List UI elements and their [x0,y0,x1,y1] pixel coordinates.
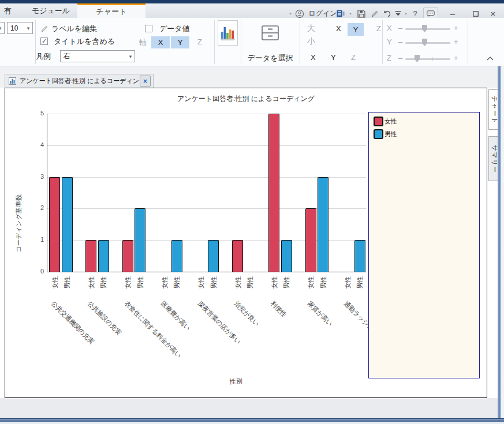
bar-tick-label: 男性 [356,276,364,295]
rotate-x-minus[interactable]: – [398,24,402,32]
ribbon-tab-share[interactable]: 有 [0,3,15,18]
bar-tick-label: 女性 [124,276,132,295]
bar-女性-0[interactable] [49,177,60,272]
data-values-label[interactable]: データ値 [159,24,190,34]
x-axis-title: 性別 [196,377,277,386]
bar-tick-label: 女性 [50,276,59,295]
ribbon-tab-share-label: 有 [4,6,12,16]
bar-tick-label: 女性 [343,276,352,295]
ribbon-separator [241,20,241,64]
chart-document-icon [9,77,16,85]
rotate-y-slider-thumb[interactable] [422,39,427,46]
font-size-dropdown[interactable]: 10 ▾ [7,22,33,34]
select-data-label: データを選択 [248,53,293,63]
bar-男性-6[interactable] [281,240,292,272]
ribbon: ▾ 10 ▾ ラベルを編集 ✓ タイトルを含める 凡例 右 ▾ データ値 軸 X… [0,18,504,66]
bar-男性-2[interactable] [135,208,145,272]
bar-tick-label: 男性 [246,276,255,295]
y-axis-title: コーディング基準数 [14,201,23,253]
size-x-button[interactable]: X [311,53,316,62]
bar-男性-4[interactable] [208,240,219,272]
bar-tick-label: 男性 [63,276,72,295]
ribbon-tab-chart[interactable]: チャート [77,3,145,18]
bar-tick-label: 女性 [160,276,169,295]
legend-swatch [374,117,383,126]
rotate-z-slider-thumb[interactable] [415,55,420,62]
rotate-y-slider[interactable] [405,42,450,44]
font-name-dropdown[interactable]: ▾ [0,22,5,34]
chart-type-gallery-button[interactable] [218,20,238,46]
ribbon-tab-chart-label: チャート [96,6,127,17]
ribbon-separator [214,20,215,64]
bar-男性-8[interactable] [354,240,365,272]
bar-男性-0[interactable] [62,177,73,272]
bar-男性-7[interactable] [318,177,328,272]
bar-女性-2[interactable] [122,240,133,272]
size-y-button[interactable]: Y [331,53,336,62]
ribbon-tab-modules-label: モジュール [32,6,70,16]
axis-x-toggle[interactable]: X [151,36,170,48]
status-bar [0,398,498,418]
bar-tick-label: 男性 [282,276,291,295]
rotate-z-plus[interactable]: + [454,54,458,62]
bar-男性-1[interactable] [98,240,109,272]
size-large-z-button[interactable]: Z [376,24,381,33]
bar-tick-label: 女性 [197,276,206,295]
size-large-y-button[interactable]: Y [348,23,364,36]
check-icon: ✓ [42,37,47,44]
bar-女性-7[interactable] [305,208,316,272]
gridline [47,114,366,114]
window-bottom-border [0,418,504,422]
rotate-z-slider[interactable] [405,58,450,60]
legend-item-男性[interactable]: 男性 [374,129,475,139]
size-z-button[interactable]: Z [351,53,356,62]
legend-position-dropdown[interactable]: 右 ▾ [60,50,135,62]
bar-tick-label: 女性 [87,276,95,295]
bar-tick-label: 男性 [319,276,327,295]
y-tick-label: 5 [31,110,44,117]
ribbon-separator [468,20,468,64]
bar-男性-3[interactable] [171,240,182,272]
edit-labels-button[interactable]: ラベルを編集 [51,24,97,34]
category-label: 公共施設の充実 [86,299,124,337]
chart-panel: アンケート回答者:性別 によるコーディング 012345女性女性女性女性女性女性… [5,88,487,398]
y-tick-label: 3 [31,173,44,180]
window-right-border [498,66,501,418]
size-large-x-button[interactable]: X [336,24,341,33]
application-window: 有 モジュール チャート • ログイン • • ? [0,0,504,424]
legend-label: 男性 [384,130,397,138]
bar-女性-5[interactable] [232,240,243,272]
rotate-y-label: Y [387,37,392,46]
collapse-ribbon-button[interactable] [485,54,495,63]
rotate-x-slider-thumb[interactable] [422,25,427,32]
category-label: 利便性 [269,299,289,319]
chevron-down-icon: ▾ [0,25,4,31]
data-drawer-icon [262,25,279,40]
font-size-value: 10 [8,24,24,32]
axis-y-toggle[interactable]: Y [171,36,189,48]
bar-女性-6[interactable] [268,114,279,272]
data-values-checkbox[interactable] [145,25,152,32]
rotate-z-minus[interactable]: – [398,54,402,62]
chevron-down-icon: ▾ [126,54,135,59]
ribbon-tab-bar: 有 モジュール チャート • ログイン • • ? [0,3,504,18]
rotate-x-slider[interactable] [405,28,450,30]
size-small-label: 小 [307,36,315,47]
axis-z-toggle[interactable]: Z [197,37,202,46]
include-title-checkbox[interactable]: ✓ [40,37,48,45]
include-title-label[interactable]: タイトルを含める [54,36,115,47]
rotate-y-minus[interactable]: – [398,37,402,46]
rotate-x-plus[interactable]: + [454,24,458,32]
bar-chart-icon [221,25,235,41]
y-tick-label: 1 [31,236,44,243]
document-tab[interactable]: アンケート回答者:性別 によるコーディング × [5,74,154,88]
plot-area: 012345女性女性女性女性女性女性女性女性女性男性男性男性男性男性男性男性男性… [47,114,366,272]
rotate-y-plus[interactable]: + [454,37,458,46]
document-tab-close-button[interactable]: × [140,76,151,87]
select-data-button[interactable]: データを選択 [242,21,298,63]
size-large-label: 大 [307,24,315,34]
y-tick-label: 4 [31,141,44,148]
ribbon-tab-modules[interactable]: モジュール [23,3,79,18]
legend-item-女性[interactable]: 女性 [374,117,475,126]
bar-女性-1[interactable] [85,240,96,272]
